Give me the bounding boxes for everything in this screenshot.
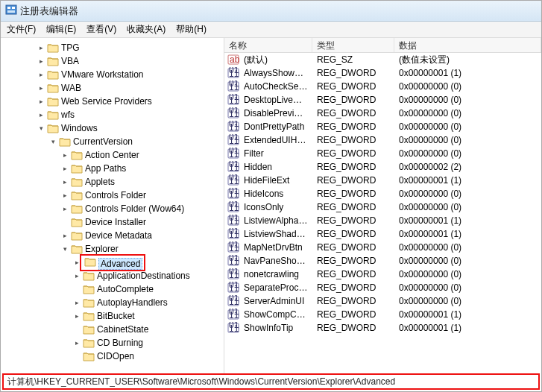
folder-icon bbox=[47, 83, 59, 93]
highlight-annotation: Advanced bbox=[80, 254, 145, 271]
chevron-right-icon[interactable]: ▸ bbox=[60, 178, 69, 186]
list-row[interactable]: 011110ShowCompColorREG_DWORD0x00000001 (… bbox=[224, 308, 541, 321]
chevron-right-icon[interactable]: ▸ bbox=[60, 205, 69, 212]
chevron-right-icon[interactable]: ▸ bbox=[60, 192, 69, 199]
tree-item[interactable]: ▸Controls Folder bbox=[1, 189, 224, 202]
list-row[interactable]: 011110nonetcrawlingREG_DWORD0x00000000 (… bbox=[224, 268, 541, 281]
tree-item[interactable]: ▸TPG bbox=[1, 41, 224, 54]
folder-icon bbox=[71, 230, 83, 241]
list-row[interactable]: 011110DesktopLivePrev...REG_DWORD0x00000… bbox=[224, 93, 541, 107]
cell-name: Filter bbox=[239, 148, 312, 159]
list-row[interactable]: 011110ListviewShadowREG_DWORD0x00000001 … bbox=[224, 227, 541, 241]
menu-file[interactable]: 文件(F) bbox=[7, 23, 36, 36]
cell-data: 0x00000002 (2) bbox=[394, 162, 541, 172]
list-row[interactable]: 011110FilterREG_DWORD0x00000000 (0) bbox=[224, 147, 541, 160]
list-row[interactable]: 011110SeparateProcessREG_DWORD0x00000000… bbox=[224, 281, 541, 294]
list-row[interactable]: 011110ExtendedUIHove...REG_DWORD0x000000… bbox=[224, 133, 541, 147]
list-row[interactable]: 011110HideIconsREG_DWORD0x00000000 (0) bbox=[224, 187, 541, 200]
list-row[interactable]: 011110HiddenREG_DWORD0x00000002 (2) bbox=[224, 160, 541, 174]
cell-data: 0x00000001 (1) bbox=[394, 229, 541, 239]
list-row[interactable]: 011110DisablePreviewD...REG_DWORD0x00000… bbox=[224, 107, 541, 120]
tree-item[interactable]: ▸CD Burning bbox=[1, 336, 224, 350]
tree-item[interactable]: ▸Controls Folder (Wow64) bbox=[1, 202, 224, 215]
tree-item[interactable]: ▸ApplicationDestinations bbox=[1, 269, 224, 282]
tree-item[interactable]: ▸VBA bbox=[1, 54, 224, 68]
chevron-right-icon[interactable]: ▸ bbox=[37, 84, 45, 92]
chevron-right-icon[interactable]: ▸ bbox=[60, 165, 69, 172]
tree-item[interactable]: ▸wfs bbox=[1, 108, 224, 121]
tree-item[interactable]: AutoComplete bbox=[1, 282, 224, 296]
list-row[interactable]: 011110DontPrettyPathREG_DWORD0x00000000 … bbox=[224, 120, 541, 133]
chevron-right-icon[interactable]: ▸ bbox=[37, 98, 45, 105]
chevron-right-icon[interactable]: ▸ bbox=[72, 272, 81, 279]
svg-text:110: 110 bbox=[229, 230, 239, 240]
list-row[interactable]: 011110IconsOnlyREG_DWORD0x00000000 (0) bbox=[224, 200, 541, 214]
tree-item[interactable]: ▸App Paths bbox=[1, 162, 224, 175]
tree-item[interactable]: ▸AutoplayHandlers bbox=[1, 296, 224, 309]
list-row[interactable]: 011110ServerAdminUIREG_DWORD0x00000000 (… bbox=[224, 294, 541, 308]
window-title: 注册表编辑器 bbox=[20, 4, 78, 18]
svg-text:110: 110 bbox=[229, 297, 239, 307]
tree-pane[interactable]: ▸TPG▸VBA▸VMware Workstation▸WAB▸Web Serv… bbox=[1, 38, 224, 373]
list-row[interactable]: 011110AlwaysShowMe...REG_DWORD0x00000001… bbox=[224, 66, 541, 80]
list-row[interactable]: ab(默认)REG_SZ(数值未设置) bbox=[224, 53, 541, 66]
cell-type: REG_DWORD bbox=[312, 95, 394, 105]
statusbar-path: 计算机\HKEY_CURRENT_USER\Software\Microsoft… bbox=[2, 373, 540, 390]
col-header-data[interactable]: 数据 bbox=[394, 38, 541, 52]
chevron-right-icon[interactable]: ▸ bbox=[37, 111, 45, 118]
tree-item[interactable]: CIDOpen bbox=[1, 350, 224, 363]
tree-item[interactable]: ▸Action Center bbox=[1, 148, 224, 162]
chevron-right-icon[interactable]: ▸ bbox=[37, 71, 45, 78]
chevron-right-icon[interactable]: ▸ bbox=[72, 339, 81, 347]
menu-favorites[interactable]: 收藏夹(A) bbox=[127, 23, 166, 36]
tree-item[interactable]: ▸WAB bbox=[1, 81, 224, 95]
tree-item-label: WAB bbox=[61, 83, 81, 93]
folder-icon bbox=[71, 203, 83, 214]
chevron-down-icon[interactable]: ▾ bbox=[60, 245, 69, 253]
chevron-down-icon[interactable]: ▾ bbox=[37, 124, 45, 132]
list-row[interactable]: 011110NavPaneShowAl...REG_DWORD0x0000000… bbox=[224, 254, 541, 268]
svg-text:110: 110 bbox=[229, 149, 239, 159]
tree-item[interactable]: ▸Applets bbox=[1, 175, 224, 189]
col-header-name[interactable]: 名称 bbox=[224, 38, 312, 52]
dword-value-icon: 011110 bbox=[227, 295, 239, 307]
col-header-type[interactable]: 类型 bbox=[312, 38, 394, 52]
chevron-right-icon[interactable]: ▸ bbox=[37, 44, 45, 51]
tree-item[interactable]: ▸BitBucket bbox=[1, 309, 224, 323]
menu-edit[interactable]: 编辑(E) bbox=[46, 23, 76, 36]
chevron-down-icon[interactable]: ▾ bbox=[48, 138, 57, 145]
cell-name: Hidden bbox=[239, 162, 312, 172]
folder-icon bbox=[47, 42, 59, 53]
list-row[interactable]: 011110ListviewAlphaSe...REG_DWORD0x00000… bbox=[224, 214, 541, 227]
chevron-right-icon[interactable]: ▸ bbox=[60, 151, 69, 159]
menu-help[interactable]: 帮助(H) bbox=[176, 23, 207, 36]
tree-item-label: Explorer bbox=[85, 244, 119, 254]
chevron-right-icon[interactable]: ▸ bbox=[72, 312, 81, 320]
chevron-right-icon[interactable]: ▸ bbox=[37, 57, 45, 65]
list-pane[interactable]: 名称 类型 数据 ab(默认)REG_SZ(数值未设置)011110Always… bbox=[224, 38, 541, 373]
tree-item-label: CabinetState bbox=[97, 324, 148, 335]
tree-item[interactable]: CabinetState bbox=[1, 323, 224, 336]
svg-text:110: 110 bbox=[229, 69, 239, 79]
tree-item[interactable]: ▸Web Service Providers bbox=[1, 95, 224, 108]
tree-item-label: ApplicationDestinations bbox=[97, 271, 190, 281]
chevron-right-icon[interactable]: ▸ bbox=[72, 299, 81, 306]
cell-type: REG_DWORD bbox=[312, 81, 394, 92]
tree-item[interactable]: ▸Device Metadata bbox=[1, 229, 224, 242]
tree-item[interactable]: ▸VMware Workstation bbox=[1, 68, 224, 81]
chevron-right-icon[interactable]: ▸ bbox=[60, 232, 69, 239]
tree-item-label: VBA bbox=[61, 56, 79, 66]
dword-value-icon: 011110 bbox=[227, 322, 239, 334]
cell-data: 0x00000000 (0) bbox=[394, 296, 541, 306]
tree-item[interactable]: ▸Advanced bbox=[1, 256, 224, 269]
tree-item[interactable]: ▾CurrentVersion bbox=[1, 135, 224, 148]
svg-text:110: 110 bbox=[229, 283, 239, 294]
tree-item-label: AutoplayHandlers bbox=[97, 297, 168, 308]
list-row[interactable]: 011110MapNetDrvBtnREG_DWORD0x00000000 (0… bbox=[224, 241, 541, 254]
tree-item[interactable]: ▾Windows bbox=[1, 121, 224, 135]
list-row[interactable]: 011110AutoCheckSelectREG_DWORD0x00000000… bbox=[224, 80, 541, 93]
list-row[interactable]: 011110ShowInfoTipREG_DWORD0x00000001 (1) bbox=[224, 321, 541, 335]
menu-view[interactable]: 查看(V) bbox=[86, 23, 116, 36]
tree-item[interactable]: Device Installer bbox=[1, 215, 224, 229]
list-row[interactable]: 011110HideFileExtREG_DWORD0x00000001 (1) bbox=[224, 174, 541, 187]
